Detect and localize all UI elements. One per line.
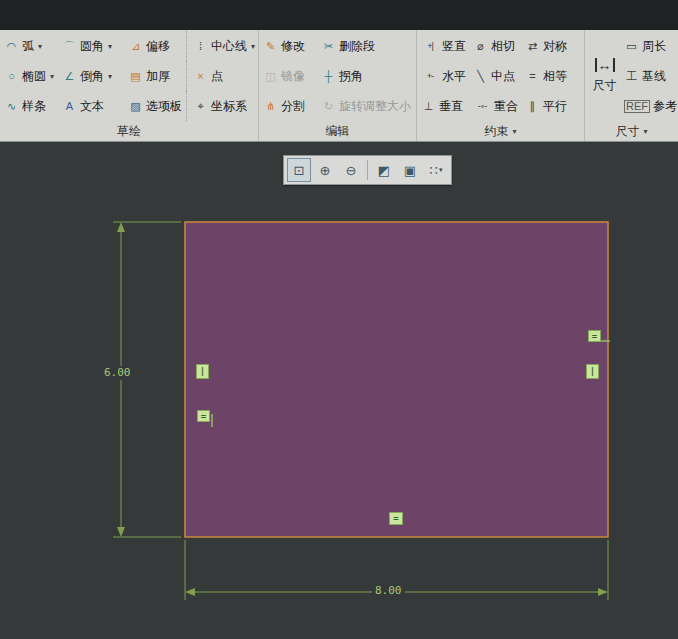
horizontal-constraint-button[interactable]: +- 水平 xyxy=(419,61,471,91)
coordinate-system-icon: ⌖ xyxy=(193,101,208,112)
group-label-edit-text: 编辑 xyxy=(326,123,350,140)
divide-button[interactable]: ⋔ 分割 xyxy=(261,91,319,121)
sketch-drawing xyxy=(0,142,678,639)
equal-constraint-button[interactable]: = 相等 xyxy=(523,61,581,91)
text-button[interactable]: A 文本 xyxy=(60,91,126,121)
thicken-label: 加厚 xyxy=(146,68,170,85)
delete-segment-button[interactable]: ✂ 删除段 xyxy=(319,31,415,61)
display-style-button[interactable]: ◩ xyxy=(372,158,396,182)
width-dimension-value[interactable]: 8.00 xyxy=(372,584,405,598)
palette-button[interactable]: ▨ 选项板 xyxy=(126,91,186,121)
reference-button[interactable]: REF 参考 xyxy=(622,91,678,121)
spline-label: 样条 xyxy=(22,98,46,115)
mirror-button: ◫ 镜像 xyxy=(261,61,319,91)
box-zoom-button[interactable]: ⊡ xyxy=(287,158,311,182)
grid-display-icon: ∷ xyxy=(430,163,438,178)
palette-label: 选项板 xyxy=(146,98,182,115)
perimeter-button[interactable]: ▭ 周长 xyxy=(622,31,678,61)
chevron-down-icon[interactable]: ▾ xyxy=(50,72,54,81)
dimension-icon: ↔ xyxy=(595,58,615,72)
perpendicular-constraint-button[interactable]: ⊥ 垂直 xyxy=(419,91,471,121)
chevron-down-icon: ▾ xyxy=(643,127,647,136)
offset-button[interactable]: ⊿ 偏移 xyxy=(126,31,186,61)
rotate-resize-icon: ↻ xyxy=(321,101,336,112)
arc-button[interactable]: ◠ 弧 ▾ xyxy=(2,31,60,61)
chevron-down-icon[interactable]: ▾ xyxy=(108,72,112,81)
equal-constraint-label: 相等 xyxy=(543,68,567,85)
reference-label: 参考 xyxy=(653,98,677,115)
constraint-marker-vertical-right[interactable]: | xyxy=(586,364,599,379)
ribbon-group-constrain: +| 竖直 ⌀ 相切 ⇄ 对称 +- 水平 ╲ 中点 = 相等 xyxy=(416,30,584,141)
display-style-2-button[interactable]: ▣ xyxy=(398,158,422,182)
fillet-icon: ⌒ xyxy=(62,41,77,52)
sketch-rectangle[interactable] xyxy=(185,222,608,537)
ellipse-button[interactable]: ○ 椭圆 ▾ xyxy=(2,61,60,91)
centerline-button[interactable]: ⁞ 中心线 ▾ xyxy=(186,31,258,61)
coordinate-system-label: 坐标系 xyxy=(211,98,247,115)
centerline-icon: ⁞ xyxy=(193,41,208,52)
symmetric-constraint-button[interactable]: ⇄ 对称 xyxy=(523,31,581,61)
window-top-strip xyxy=(0,0,678,30)
parallel-constraint-button[interactable]: ∥ 平行 xyxy=(523,91,581,121)
coincident-constraint-label: 重合 xyxy=(494,98,518,115)
display-style-2-icon: ▣ xyxy=(404,163,416,178)
point-button[interactable]: × 点 xyxy=(186,61,258,91)
group-label-constrain[interactable]: 约束 ▾ xyxy=(417,121,584,141)
baseline-icon: 工 xyxy=(624,71,639,82)
perimeter-icon: ▭ xyxy=(624,41,639,52)
midpoint-constraint-button[interactable]: ╲ 中点 xyxy=(471,61,523,91)
height-dimension-value[interactable]: 6.00 xyxy=(101,366,134,380)
zoom-in-button[interactable]: ⊕ xyxy=(313,158,337,182)
fillet-label: 圆角 xyxy=(80,38,104,55)
chevron-down-icon[interactable]: ▾ xyxy=(108,42,112,51)
symmetric-constraint-label: 对称 xyxy=(543,38,567,55)
zoom-in-icon: ⊕ xyxy=(320,163,331,178)
sketch-canvas[interactable]: ⊡ ⊕ ⊖ ◩ ▣ ∷ ▾ 6.00 8.00 | = = | = xyxy=(0,142,678,639)
tangent-constraint-label: 相切 xyxy=(491,38,515,55)
zoom-out-button[interactable]: ⊖ xyxy=(339,158,363,182)
coincident-constraint-icon: -∘- xyxy=(473,102,491,111)
constraint-marker-equal-right[interactable]: = xyxy=(588,330,601,342)
spline-button[interactable]: ∿ 样条 xyxy=(2,91,60,121)
constraint-marker-vertical-left[interactable]: | xyxy=(196,364,209,379)
rotate-resize-button: ↻ 旋转调整大小 xyxy=(319,91,415,121)
mirror-icon: ◫ xyxy=(263,71,278,82)
tangent-constraint-button[interactable]: ⌀ 相切 xyxy=(471,31,523,61)
box-zoom-icon: ⊡ xyxy=(294,163,305,178)
constraint-marker-equal-left[interactable]: = xyxy=(197,410,210,422)
corner-button[interactable]: ┼ 拐角 xyxy=(319,61,415,91)
fillet-button[interactable]: ⌒ 圆角 ▾ xyxy=(60,31,126,61)
baseline-button[interactable]: 工 基线 xyxy=(622,61,678,91)
chevron-down-icon[interactable]: ▾ xyxy=(38,42,42,51)
vertical-constraint-button[interactable]: +| 竖直 xyxy=(419,31,471,61)
modify-label: 修改 xyxy=(281,38,305,55)
point-label: 点 xyxy=(211,68,223,85)
modify-button[interactable]: ✎ 修改 xyxy=(261,31,319,61)
thicken-button[interactable]: ▤ 加厚 xyxy=(126,61,186,91)
constraint-marker-equal-bottom[interactable]: = xyxy=(389,512,403,525)
chevron-down-icon[interactable]: ▾ xyxy=(251,42,255,51)
arrow-down-icon xyxy=(117,527,125,537)
delete-segment-label: 删除段 xyxy=(339,38,375,55)
text-icon: A xyxy=(62,101,77,112)
view-toolbar: ⊡ ⊕ ⊖ ◩ ▣ ∷ ▾ xyxy=(283,155,452,185)
arrow-right-icon xyxy=(598,588,608,596)
group-label-dimension[interactable]: 尺寸 ▾ xyxy=(585,121,678,141)
offset-label: 偏移 xyxy=(146,38,170,55)
coincident-constraint-button[interactable]: -∘- 重合 xyxy=(471,91,523,121)
group-label-sketch[interactable]: 草绘 xyxy=(0,121,258,141)
chamfer-button[interactable]: ∠ 倒角 ▾ xyxy=(60,61,126,91)
dimension-button[interactable]: ↔ 尺寸 xyxy=(587,31,622,121)
vertical-constraint-label: 竖直 xyxy=(442,38,466,55)
reference-icon: REF xyxy=(624,100,650,113)
midpoint-constraint-label: 中点 xyxy=(491,68,515,85)
group-label-edit[interactable]: 编辑 xyxy=(259,121,416,141)
arrow-up-icon xyxy=(117,222,125,232)
parallel-constraint-label: 平行 xyxy=(543,98,567,115)
ribbon-group-edit: ✎ 修改 ✂ 删除段 ◫ 镜像 ┼ 拐角 ⋔ 分割 ↻ 旋转调整大小 xyxy=(258,30,416,141)
perpendicular-constraint-label: 垂直 xyxy=(439,98,463,115)
corner-label: 拐角 xyxy=(339,68,363,85)
coordinate-system-button[interactable]: ⌖ 坐标系 xyxy=(186,91,258,121)
grid-display-button[interactable]: ∷ ▾ xyxy=(424,158,448,182)
perpendicular-constraint-icon: ⊥ xyxy=(421,101,436,112)
